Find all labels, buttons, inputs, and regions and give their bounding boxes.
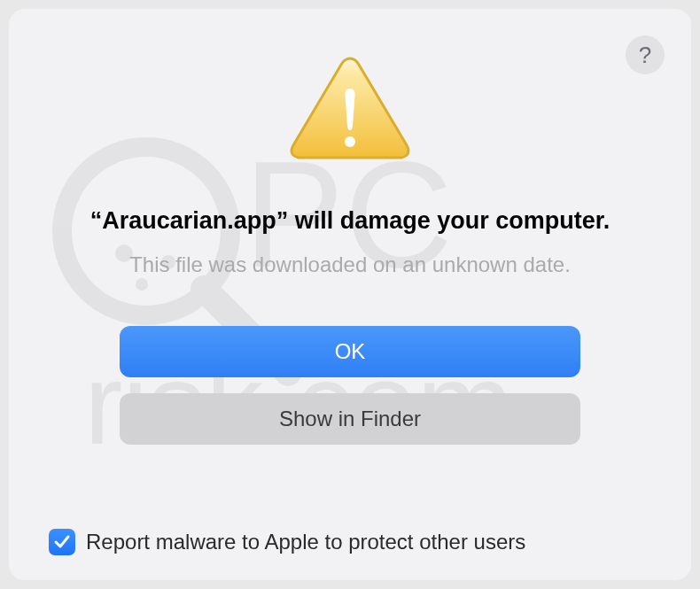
svg-point-7 <box>345 136 355 147</box>
show-in-finder-button[interactable]: Show in Finder <box>120 393 580 445</box>
help-button[interactable]: ? <box>626 35 665 74</box>
report-malware-label: Report malware to Apple to protect other… <box>86 530 525 554</box>
alert-subtext: This file was downloaded on an unknown d… <box>129 252 571 277</box>
report-malware-checkbox[interactable] <box>49 529 75 555</box>
warning-icon <box>288 53 412 167</box>
svg-point-4 <box>136 278 148 291</box>
report-malware-row: Report malware to Apple to protect other… <box>49 529 525 555</box>
alert-dialog: PC risk.com ? “Araucarian.app” will dama… <box>9 9 691 580</box>
checkmark-icon <box>53 533 71 551</box>
button-group: OK Show in Finder <box>120 326 580 445</box>
alert-headline: “Araucarian.app” will damage your comput… <box>90 207 611 235</box>
help-icon: ? <box>639 42 651 69</box>
headline-quote-open: “ <box>90 207 103 234</box>
headline-app-name: Araucarian.app <box>102 207 276 234</box>
headline-suffix: ” will damage your computer. <box>276 207 611 234</box>
ok-button-label: OK <box>335 339 366 363</box>
show-in-finder-label: Show in Finder <box>279 407 421 430</box>
ok-button[interactable]: OK <box>120 326 580 377</box>
